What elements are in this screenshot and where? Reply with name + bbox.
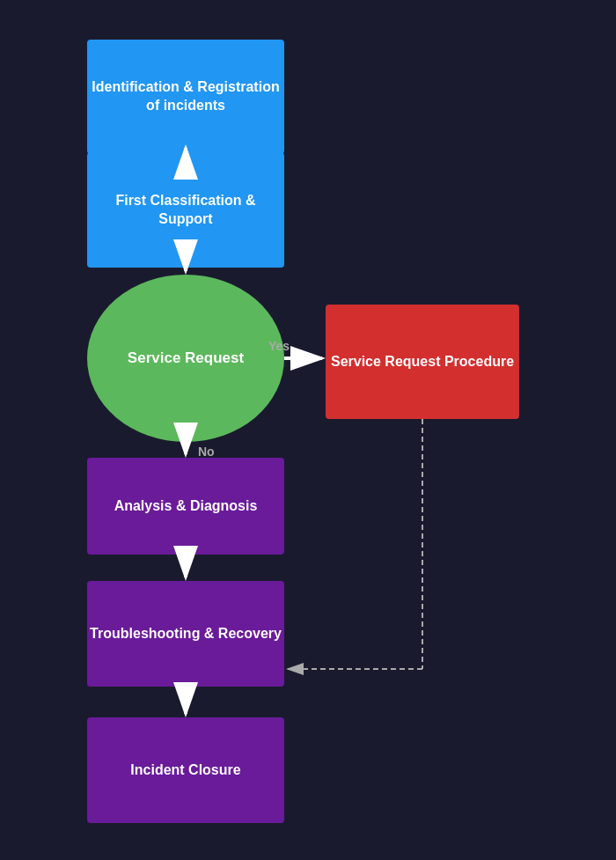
service-request-procedure-box: Service Request Procedure — [326, 305, 519, 419]
troubleshooting-box: Troubleshooting & Recovery — [87, 581, 284, 687]
diagram-container: Identification & Registration of inciden… — [0, 0, 616, 860]
service-request-circle: Service Request — [87, 275, 284, 442]
incident-closure-box: Incident Closure — [87, 717, 284, 823]
analysis-diagnosis-box: Analysis & Diagnosis — [87, 458, 284, 555]
no-label: No — [198, 445, 215, 459]
yes-label: Yes — [268, 339, 290, 353]
identification-box: Identification & Registration of inciden… — [87, 40, 284, 154]
first-classification-box: First Classification & Support — [87, 152, 284, 268]
